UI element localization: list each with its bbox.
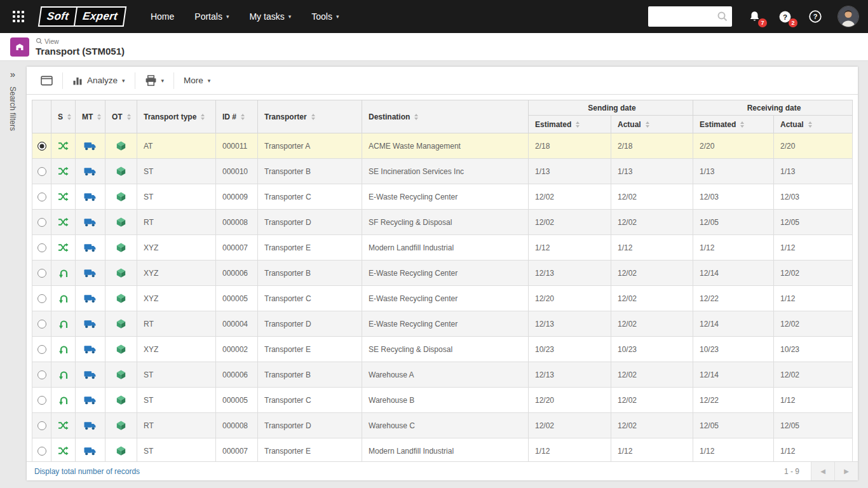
package-box-icon [116,318,126,329]
sending-actual-cell: 1/13 [611,159,693,184]
table-row[interactable]: ST 000006 Transporter B Warehouse A 12/1… [32,362,853,388]
table-row[interactable]: RT 000004 Transporter D E-Waste Recyclin… [32,311,853,337]
grid-footer: Display total number of records 1 - 9 ◀ … [27,461,858,480]
table-row[interactable]: XYZ 000005 Transporter C E-Waste Recycli… [32,286,853,311]
id-cell: 000010 [216,159,258,184]
softexpert-logo[interactable]: Soft Expert [38,6,126,27]
print-button[interactable]: ▾ [137,71,172,90]
user-avatar[interactable] [837,6,859,27]
col-header-mt[interactable]: MT [76,100,105,133]
help-icon: ? [808,10,822,24]
nav-tools[interactable]: Tools ▾ [301,0,349,33]
sending-estimated-cell: 12/13 [529,261,611,286]
sending-actual-cell: 1/12 [611,438,693,462]
col-header-sending-actual[interactable]: Actual [611,116,693,133]
row-select-radio[interactable] [37,218,46,227]
col-header-status[interactable]: S [51,100,76,133]
table-row[interactable]: ST 000010 Transporter B SE Incineration … [32,159,853,184]
status-transfer-icon [58,192,69,201]
sort-icon [808,121,812,128]
table-row[interactable]: XYZ 000007 Transporter E Modern Landfill… [32,235,853,261]
table-row[interactable]: ST 000005 Transporter C Warehouse B 12/2… [32,388,853,413]
receiving-estimated-cell: 12/14 [693,362,774,388]
sending-actual-cell: 12/02 [611,388,693,413]
id-cell: 000006 [216,261,258,286]
sending-estimated-cell: 12/02 [529,210,611,235]
row-select-radio[interactable] [37,447,46,456]
sort-icon [241,114,245,120]
pager-prev-button[interactable]: ◀ [811,462,834,480]
pager-next-button[interactable]: ▶ [834,462,858,480]
package-box-icon [116,268,126,278]
sort-icon [311,114,315,120]
table-row[interactable]: RT 000008 Transporter D Warehouse C 12/0… [32,413,853,438]
expand-icon[interactable]: » [10,69,15,79]
truck-icon [84,293,97,304]
col-header-receiving-actual[interactable]: Actual [774,116,853,133]
row-select-radio[interactable] [37,421,46,430]
truck-icon [84,217,97,227]
sending-actual-cell: 10/23 [611,337,693,362]
table-row[interactable]: XYZ 000006 Transporter B E-Waste Recycli… [32,261,853,286]
row-select-radio[interactable] [37,345,46,354]
id-cell: 000011 [216,133,258,159]
table-row[interactable]: AT 000011 Transporter A ACME Waste Manag… [32,133,853,159]
row-select-radio[interactable] [37,142,46,151]
status-return-icon [58,319,69,329]
analyze-button[interactable]: Analyze ▾ [65,71,133,90]
chevron-down-icon: ▾ [226,13,229,20]
row-select-radio[interactable] [37,370,46,379]
display-button[interactable] [33,71,60,90]
row-select-radio[interactable] [37,167,46,176]
table-row[interactable]: RT 000008 Transporter D SF Recycling & D… [32,210,853,235]
display-total-records-link[interactable]: Display total number of records [34,467,140,476]
col-header-destination[interactable]: Destination [362,100,529,133]
status-transfer-icon [58,141,69,151]
group-header-sending-date: Sending date [529,100,693,116]
transporter-cell: Transporter B [258,261,362,286]
nav-my-tasks[interactable]: My tasks ▾ [239,0,301,33]
record-range: 1 - 9 [784,467,799,476]
col-header-ot[interactable]: OT [105,100,137,133]
toolbar-separator [62,72,63,89]
truck-icon [84,395,97,405]
notifications-button[interactable]: 7 [746,8,763,25]
col-header-id[interactable]: ID # [216,100,258,133]
row-select-radio[interactable] [37,193,46,201]
table-body: AT 000011 Transporter A ACME Waste Manag… [32,133,853,462]
destination-cell: SE Recycling & Disposal [362,337,529,362]
help-button[interactable]: ? [807,8,824,25]
transport-type-cell: RT [137,311,216,337]
row-select-radio[interactable] [37,396,46,405]
assistant-button[interactable]: ? 2 [776,8,793,25]
more-button[interactable]: More ▾ [176,71,218,90]
chevron-down-icon: ▾ [336,13,339,20]
truck-icon [84,166,97,177]
transporter-cell: Transporter D [258,413,362,438]
col-header-transport-type[interactable]: Transport type [137,100,216,133]
col-header-sending-estimated[interactable]: Estimated [529,116,611,133]
id-cell: 000002 [216,337,258,362]
search-filters-toggle[interactable]: » Search filters [5,67,20,480]
sort-icon [127,114,131,120]
table-row[interactable]: ST 000009 Transporter C E-Waste Recyclin… [32,184,853,210]
col-header-transporter[interactable]: Transporter [258,100,362,133]
id-cell: 000008 [216,210,258,235]
destination-cell: E-Waste Recycling Center [362,184,529,210]
destination-cell: E-Waste Recycling Center [362,261,529,286]
destination-cell: E-Waste Recycling Center [362,311,529,337]
receiving-estimated-cell: 12/22 [693,286,774,311]
apps-grid-icon[interactable] [9,7,28,26]
nav-home[interactable]: Home [140,0,184,33]
row-select-radio[interactable] [37,294,46,303]
transport-type-cell: ST [137,388,216,413]
row-select-radio[interactable] [37,269,46,278]
row-select-radio[interactable] [37,320,46,329]
col-header-receiving-estimated[interactable]: Estimated [693,116,774,133]
table-row[interactable]: XYZ 000002 Transporter E SE Recycling & … [32,337,853,362]
row-select-radio[interactable] [37,243,46,252]
receiving-actual-cell: 10/23 [774,337,853,362]
truck-icon [84,445,97,456]
table-row[interactable]: ST 000007 Transporter E Modern Landfill … [32,438,853,462]
nav-portals[interactable]: Portals ▾ [184,0,239,33]
